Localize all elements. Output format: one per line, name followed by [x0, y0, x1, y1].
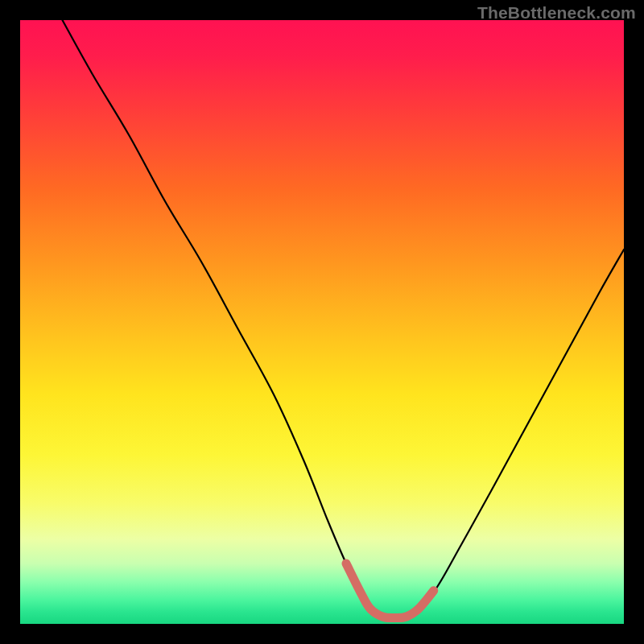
bottleneck-curve-path [63, 20, 625, 618]
highlight-band-path [346, 564, 434, 618]
plot-area [20, 20, 624, 624]
chart-stage: TheBottleneck.com [0, 0, 644, 644]
curve-layer [20, 20, 624, 624]
